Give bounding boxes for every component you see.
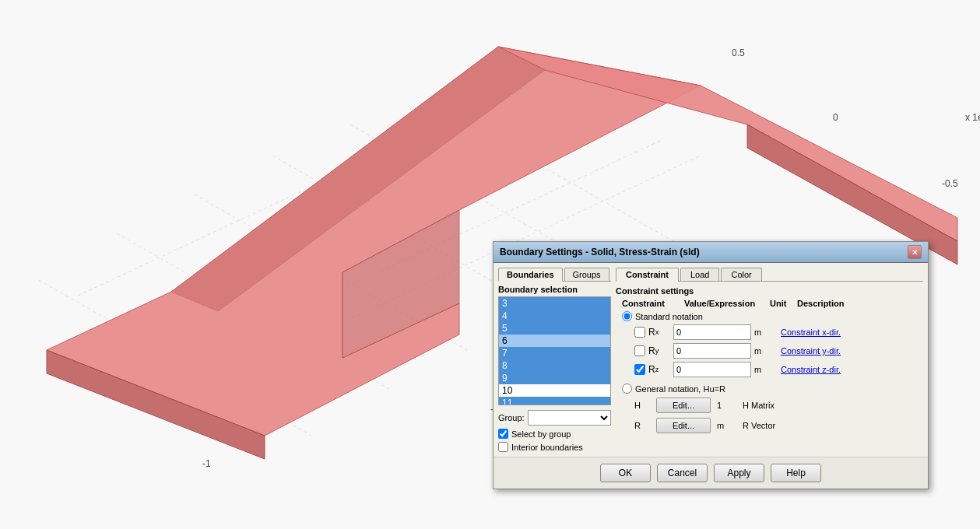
r-description: R Vector — [743, 421, 775, 430]
svg-text:-1: -1 — [202, 458, 211, 469]
ry-value-input[interactable] — [673, 343, 751, 359]
dialog-title: Boundary Settings - Solid, Stress-Strain… — [500, 247, 700, 257]
constraint-table-header: Constraint Value/Expression Unit Descrip… — [616, 299, 923, 308]
rz-symbol: Rz — [648, 364, 670, 375]
radio-section: Standard notation Rx m Constraint x-dir.… — [616, 310, 923, 379]
svg-text:0.5: 0.5 — [732, 47, 745, 58]
list-item[interactable]: 3 — [499, 297, 610, 310]
group-dropdown[interactable] — [528, 410, 611, 426]
h-edit-button[interactable]: Edit... — [656, 398, 711, 413]
dialog-content: Boundaries Groups Boundary selection 3 4… — [494, 263, 928, 457]
tab-color[interactable]: Color — [721, 268, 761, 281]
right-tab-row: Constraint Load Color — [616, 268, 923, 282]
select-by-group-label: Select by group — [511, 429, 571, 439]
r-edit-button[interactable]: Edit... — [656, 418, 711, 433]
tab-load[interactable]: Load — [680, 268, 719, 281]
help-button[interactable]: Help — [771, 464, 821, 482]
general-notation-label: General notation, Hu=R — [635, 384, 725, 394]
interior-boundaries-checkbox[interactable] — [498, 442, 508, 452]
tab-constraint[interactable]: Constraint — [616, 268, 679, 282]
r-label: R — [634, 421, 650, 430]
select-by-group-row: Select by group — [498, 429, 611, 439]
standard-notation-row: Standard notation — [616, 310, 923, 323]
list-item[interactable]: 9 — [499, 372, 610, 384]
list-item[interactable]: 10 — [499, 384, 610, 397]
rx-symbol: Rx — [648, 327, 670, 338]
standard-notation-radio[interactable] — [622, 311, 632, 321]
svg-text:x 1e: x 1e — [965, 112, 980, 123]
boundary-list[interactable]: 3 4 5 6 7 8 9 10 11 — [498, 296, 611, 405]
col-header-description: Description — [797, 299, 917, 308]
general-notation-radio[interactable] — [622, 384, 632, 394]
rz-value-input[interactable] — [673, 362, 751, 377]
rx-description[interactable]: Constraint x-dir. — [781, 328, 917, 337]
ry-checkbox[interactable] — [634, 345, 645, 356]
svg-text:0: 0 — [833, 112, 838, 123]
h-label: H — [634, 401, 650, 410]
dialog-titlebar: Boundary Settings - Solid, Stress-Strain… — [494, 242, 928, 263]
list-item[interactable]: 8 — [499, 359, 610, 372]
interior-boundaries-label: Interior boundaries — [511, 443, 583, 452]
rz-description[interactable]: Constraint z-dir. — [781, 365, 917, 374]
left-tab-row: Boundaries Groups — [498, 268, 611, 282]
r-vector-row: R Edit... m R Vector — [616, 415, 923, 436]
boundary-selection-label: Boundary selection — [498, 285, 611, 294]
rz-checkbox[interactable] — [634, 364, 645, 375]
cancel-button[interactable]: Cancel — [657, 464, 708, 482]
rx-unit: m — [754, 328, 778, 337]
h-unit: 1 — [717, 401, 736, 410]
tab-boundaries[interactable]: Boundaries — [498, 268, 563, 282]
rx-row: Rx m Constraint x-dir. — [616, 323, 923, 342]
ry-unit: m — [754, 346, 778, 356]
group-label: Group: — [498, 413, 525, 422]
tab-groups[interactable]: Groups — [564, 268, 609, 281]
rz-unit: m — [754, 365, 778, 374]
col-header-unit: Unit — [770, 299, 797, 308]
ry-symbol: Ry — [648, 345, 670, 356]
standard-notation-label: Standard notation — [635, 312, 703, 321]
list-item[interactable]: 4 — [499, 310, 610, 322]
list-item[interactable]: 6 — [499, 335, 610, 347]
general-notation-row: General notation, Hu=R — [616, 382, 923, 395]
close-button[interactable]: ✕ — [908, 245, 922, 259]
ry-row: Ry m Constraint y-dir. — [616, 342, 923, 360]
h-description: H Matrix — [743, 401, 775, 410]
rz-row: Rz m Constraint z-dir. — [616, 360, 923, 379]
h-matrix-row: H Edit... 1 H Matrix — [616, 395, 923, 415]
r-unit: m — [717, 421, 736, 430]
list-item[interactable]: 7 — [499, 347, 610, 359]
rx-value-input[interactable] — [673, 324, 751, 340]
interior-boundaries-row: Interior boundaries — [498, 442, 611, 452]
svg-text:-0.5: -0.5 — [942, 178, 958, 189]
col-header-value: Value/Expression — [684, 299, 770, 308]
col-header-constraint: Constraint — [622, 299, 684, 308]
list-item[interactable]: 5 — [499, 322, 610, 335]
boundary-settings-dialog: Boundary Settings - Solid, Stress-Strain… — [493, 241, 929, 489]
right-panel: Constraint Load Color Constraint setting… — [616, 268, 923, 452]
group-row: Group: — [498, 410, 611, 426]
constraint-settings-label: Constraint settings — [616, 286, 923, 296]
ok-button[interactable]: OK — [600, 464, 651, 482]
apply-button[interactable]: Apply — [714, 464, 764, 482]
select-by-group-checkbox[interactable] — [498, 429, 508, 439]
ry-description[interactable]: Constraint y-dir. — [781, 346, 917, 356]
rx-checkbox[interactable] — [634, 327, 645, 338]
left-panel: Boundaries Groups Boundary selection 3 4… — [498, 268, 611, 452]
dialog-buttons: OK Cancel Apply Help — [494, 457, 928, 489]
list-item[interactable]: 11 — [499, 397, 610, 405]
